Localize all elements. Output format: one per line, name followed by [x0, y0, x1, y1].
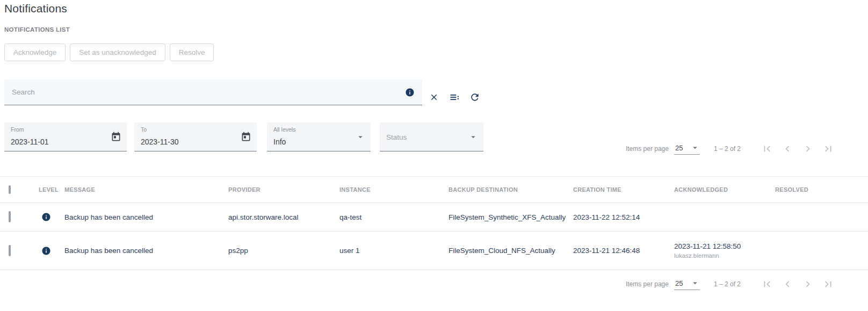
- backup-destination-cell: FileSystem_Cloud_NFS_Actually: [444, 247, 569, 255]
- date-from-field[interactable]: From 2023-11-01: [4, 122, 127, 151]
- instance-cell: user 1: [335, 247, 444, 255]
- first-page-icon[interactable]: [761, 143, 773, 155]
- search-actions: [428, 91, 481, 104]
- chevron-down-icon: [690, 143, 700, 153]
- notifications-table: LEVEL MESSAGE PROVIDER INSTANCE BACKUP D…: [0, 176, 868, 270]
- calendar-icon[interactable]: [111, 132, 121, 142]
- notifications-page: Notifications NOTIFICATIONS LIST Acknowl…: [0, 0, 868, 311]
- paginator-range: 1 – 2 of 2: [714, 280, 741, 288]
- column-header-resolved: RESOLVED: [771, 186, 868, 193]
- column-header-instance: INSTANCE: [335, 186, 444, 193]
- row-checkbox[interactable]: [9, 211, 11, 222]
- table-row[interactable]: Backup has been cancelled api.stor.storw…: [0, 203, 868, 232]
- acknowledged-time: 2023-11-21 12:58:50: [674, 242, 771, 250]
- action-toolbar: Acknowledge Set as unacknowledged Resolv…: [4, 44, 214, 61]
- resolve-button[interactable]: Resolve: [170, 44, 214, 61]
- search-placeholder: Search: [12, 88, 405, 96]
- acknowledged-cell: 2023-11-21 12:58:50 lukasz.biermann: [670, 242, 771, 259]
- chevron-down-icon: [690, 278, 700, 288]
- status-select[interactable]: Status: [380, 122, 483, 151]
- set-unacknowledged-button[interactable]: Set as unacknowledged: [70, 44, 165, 61]
- filter-columns-icon[interactable]: [448, 91, 461, 104]
- date-to-field[interactable]: To 2023-11-30: [134, 122, 257, 151]
- table-row[interactable]: Backup has been cancelled ps2pp user 1 F…: [0, 232, 868, 270]
- chevron-down-icon: [468, 132, 478, 142]
- column-header-message: MESSAGE: [60, 186, 224, 193]
- column-header-level: LEVEL: [30, 186, 60, 193]
- page-title: Notifications: [4, 2, 67, 15]
- paginator-range: 1 – 2 of 2: [714, 145, 741, 153]
- calendar-icon[interactable]: [241, 132, 251, 142]
- backup-destination-cell: FileSystem_Synthetic_XFS_Actually: [444, 213, 569, 221]
- last-page-icon[interactable]: [822, 278, 834, 290]
- page-size-value: 25: [675, 144, 683, 152]
- last-page-icon[interactable]: [822, 143, 834, 155]
- creation-time-cell: 2023-11-21 12:46:48: [569, 247, 670, 255]
- search-input[interactable]: Search: [4, 79, 422, 105]
- page-size-value: 25: [675, 279, 683, 287]
- items-per-page-label: Items per page: [626, 145, 669, 153]
- date-from-value: 2023-11-01: [11, 138, 49, 146]
- column-header-provider: PROVIDER: [224, 186, 335, 193]
- chevron-right-icon[interactable]: [802, 143, 814, 155]
- level-select-value: Info: [273, 138, 286, 146]
- level-select[interactable]: All levels Info: [267, 122, 371, 151]
- close-icon[interactable]: [428, 91, 440, 104]
- level-select-label: All levels: [273, 126, 295, 133]
- chevron-left-icon[interactable]: [782, 143, 793, 155]
- provider-cell: api.stor.storware.local: [224, 213, 335, 221]
- message-cell: Backup has been cancelled: [60, 247, 224, 255]
- table-header-row: LEVEL MESSAGE PROVIDER INSTANCE BACKUP D…: [0, 176, 868, 203]
- page-size-select[interactable]: 25: [674, 143, 700, 155]
- items-per-page-label: Items per page: [626, 280, 669, 288]
- info-icon[interactable]: [405, 88, 415, 97]
- select-all-checkbox[interactable]: [9, 185, 11, 194]
- paginator-top: Items per page 25 1 – 2 of 2: [626, 141, 834, 157]
- status-select-placeholder: Status: [386, 133, 407, 141]
- chevron-right-icon[interactable]: [802, 278, 814, 290]
- message-cell: Backup has been cancelled: [60, 213, 224, 221]
- row-checkbox[interactable]: [9, 245, 11, 256]
- date-from-label: From: [11, 126, 24, 133]
- page-size-select[interactable]: 25: [674, 278, 700, 290]
- instance-cell: qa-test: [335, 213, 444, 221]
- column-header-creation-time: CREATION TIME: [569, 186, 670, 193]
- acknowledged-by: lukasz.biermann: [674, 252, 771, 259]
- info-level-icon: [41, 246, 51, 256]
- date-to-label: To: [141, 126, 147, 133]
- creation-time-cell: 2023-11-22 12:52:14: [569, 213, 670, 221]
- info-level-icon: [41, 212, 51, 222]
- paginator-bottom: Items per page 25 1 – 2 of 2: [626, 276, 834, 292]
- acknowledge-button[interactable]: Acknowledge: [4, 44, 66, 61]
- date-to-value: 2023-11-30: [141, 138, 179, 146]
- column-header-backup-destination: BACKUP DESTINATION: [444, 186, 569, 193]
- column-header-acknowledged: ACKNOWLEDGED: [670, 186, 771, 193]
- section-label: NOTIFICATIONS LIST: [4, 26, 70, 33]
- provider-cell: ps2pp: [224, 247, 335, 255]
- chevron-left-icon[interactable]: [782, 278, 793, 290]
- chevron-down-icon: [356, 132, 365, 142]
- first-page-icon[interactable]: [761, 278, 773, 290]
- refresh-icon[interactable]: [468, 91, 481, 104]
